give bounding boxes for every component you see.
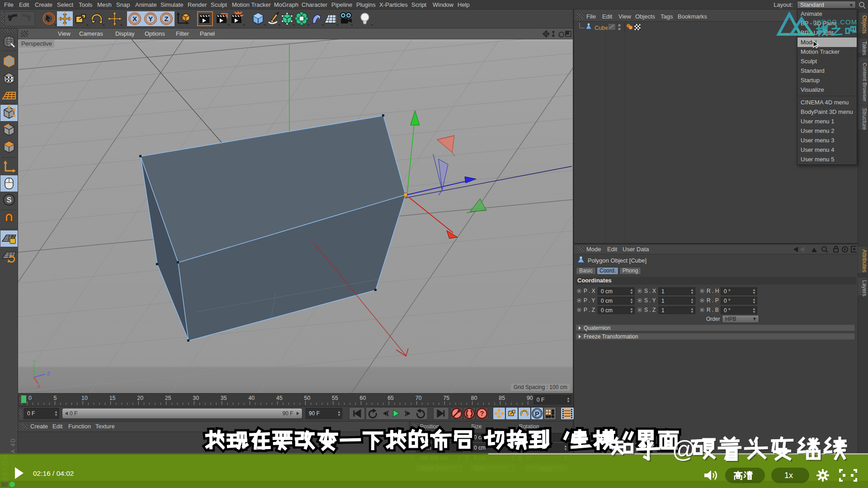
svg-text:25: 25 — [165, 395, 171, 401]
svg-text:45: 45 — [276, 395, 283, 401]
svg-text:70: 70 — [415, 395, 422, 401]
svg-text:35: 35 — [221, 395, 227, 401]
svg-text:Z: Z — [164, 15, 168, 23]
svg-text:X: X — [132, 15, 137, 23]
svg-text:X: X — [38, 384, 41, 389]
svg-text:30: 30 — [193, 395, 199, 401]
svg-text:85: 85 — [499, 395, 505, 401]
svg-text:20: 20 — [137, 395, 143, 401]
svg-text:80: 80 — [471, 395, 477, 401]
svg-text:90: 90 — [527, 395, 533, 401]
svg-text:?: ? — [480, 409, 484, 417]
svg-text:P: P — [535, 410, 539, 418]
svg-text:10: 10 — [81, 395, 88, 401]
svg-text:S: S — [7, 196, 12, 204]
svg-text:Cube: Cube — [594, 24, 609, 31]
svg-text:60: 60 — [360, 395, 366, 401]
svg-text:Y: Y — [33, 360, 36, 365]
svg-text:55: 55 — [332, 395, 338, 401]
svg-text:Z: Z — [47, 371, 50, 376]
svg-text:65: 65 — [387, 395, 394, 401]
svg-text:0: 0 — [28, 395, 32, 401]
svg-text:15: 15 — [109, 395, 116, 401]
svg-text:5: 5 — [54, 395, 57, 401]
svg-text:75: 75 — [443, 395, 449, 401]
svg-text:40: 40 — [248, 395, 255, 401]
svg-text:Y: Y — [148, 15, 153, 23]
svg-text:50: 50 — [304, 395, 311, 401]
